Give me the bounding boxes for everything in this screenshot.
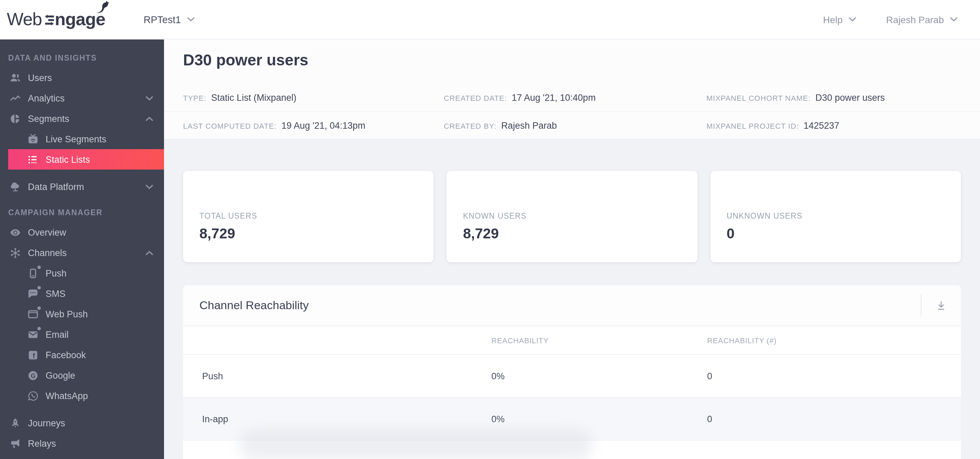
card-label: UNKNOWN USERS [727, 212, 802, 220]
sidebar-item-label: Relays [28, 438, 56, 448]
sidebar-item-journeys[interactable]: Journeys [0, 413, 164, 433]
users-icon [8, 72, 22, 84]
sidebar-item-label: Overview [28, 227, 66, 237]
sidebar-item-users[interactable]: Users [0, 67, 164, 88]
live-segments-icon [26, 133, 40, 145]
sidebar-item-label: Analytics [28, 93, 65, 103]
sidebar-item-relays[interactable]: Relays [0, 433, 164, 454]
main-content: D30 power users TYPE: Static List (Mixpa… [164, 40, 980, 459]
page-title: D30 power users [164, 40, 980, 70]
meta-type: TYPE: Static List (Mixpanel) [183, 92, 444, 102]
chevron-down-icon [146, 96, 153, 100]
sidebar-item-data-platform[interactable]: Data Platform [0, 176, 164, 197]
stats-cards: TOTAL USERS 8,729 KNOWN USERS 8,729 UNKN… [164, 140, 980, 262]
panel-title: Channel Reachability [199, 299, 309, 312]
sidebar-item-google[interactable]: G Google [0, 365, 164, 386]
sidebar-item-sms[interactable]: SMS [0, 283, 164, 304]
cell-reachability: 0% [492, 371, 707, 381]
rocket-icon [8, 417, 22, 429]
sidebar-item-label: Google [46, 370, 75, 380]
top-navbar: Web ngage RPTest1 Help Rajesh Parab [0, 0, 980, 40]
sidebar-item-label: Push [46, 268, 67, 278]
data-platform-icon [8, 180, 22, 193]
card-value: 8,729 [463, 225, 499, 242]
download-icon [935, 299, 947, 312]
download-button[interactable] [921, 285, 961, 325]
megaphone-icon [8, 437, 22, 449]
logo-arrows-e-icon [44, 14, 54, 27]
table-row-in-app: In-app 0% 0 [183, 398, 961, 441]
sidebar-item-overview[interactable]: Overview [0, 222, 164, 242]
email-icon [26, 328, 40, 341]
sidebar-item-email[interactable]: Email [0, 324, 164, 344]
static-lists-icon [26, 153, 40, 166]
sidebar-item-analytics[interactable]: Analytics [0, 88, 164, 108]
web-push-icon [26, 308, 40, 320]
sidebar-item-facebook[interactable]: f Facebook [0, 344, 164, 365]
column-header-reachability-count: REACHABILITY (#) [707, 336, 961, 344]
logo-text-web: Web [7, 9, 42, 30]
sidebar-item-label: Facebook [46, 350, 86, 360]
topbar-right-menu: Help Rajesh Parab [823, 0, 958, 39]
section-campaign-manager: CAMPAIGN MANAGER [8, 209, 156, 217]
sidebar-item-whatsapp[interactable]: WhatsApp [0, 386, 164, 406]
sidebar-item-channels[interactable]: Channels [0, 242, 164, 263]
sidebar-item-label: SMS [46, 288, 66, 299]
sidebar-item-label: Data Platform [28, 182, 84, 192]
svg-text:G: G [30, 372, 35, 379]
sidebar-item-label: Web Push [46, 309, 88, 319]
metadata-row-1: TYPE: Static List (Mixpanel) CREATED DAT… [164, 84, 980, 112]
card-value: 8,729 [199, 225, 235, 242]
chevron-up-icon [146, 116, 153, 121]
help-menu[interactable]: Help [823, 14, 856, 25]
webengage-app: Web ngage RPTest1 Help Rajesh Parab [0, 0, 980, 459]
chevron-up-icon [146, 250, 153, 255]
cell-reachability-count: 0 [707, 414, 961, 424]
metadata-row-2: LAST COMPUTED DATE: 19 Aug '21, 04:13pm … [164, 112, 980, 139]
chevron-down-icon [950, 17, 958, 22]
card-label: TOTAL USERS [199, 212, 257, 220]
notification-dot [37, 266, 41, 269]
sidebar-item-label: Static Lists [46, 154, 90, 164]
sidebar-item-label: Channels [28, 247, 67, 258]
unknown-users-card: UNKNOWN USERS 0 [710, 171, 961, 262]
table-row-push: Push 0% 0 [183, 355, 961, 398]
facebook-icon: f [26, 349, 40, 361]
sidebar-item-live-segments[interactable]: Live Segments [0, 129, 164, 149]
webengage-logo[interactable]: Web ngage [7, 0, 105, 39]
sidebar-item-label: Users [28, 73, 52, 83]
sidebar-item-push[interactable]: Push [0, 263, 164, 283]
sidebar-nav: DATA AND INSIGHTS Users Analytics [0, 40, 164, 459]
sidebar-item-web-push[interactable]: Web Push [0, 304, 164, 324]
table-column-headers: REACHABILITY REACHABILITY (#) [183, 326, 961, 355]
section-data-and-insights: DATA AND INSIGHTS [8, 54, 156, 62]
user-name: Rajesh Parab [886, 14, 944, 25]
total-users-card: TOTAL USERS 8,729 [183, 171, 434, 262]
panel-header: Channel Reachability [183, 285, 961, 326]
meta-mixpanel-cohort-name: MIXPANEL COHORT NAME: D30 power users [706, 92, 961, 102]
help-label: Help [823, 14, 843, 25]
whatsapp-icon [26, 389, 40, 402]
sidebar-item-static-lists[interactable]: Static Lists [8, 149, 164, 170]
sms-icon [26, 287, 40, 300]
logo-text-ngage: ngage [55, 9, 105, 30]
logo-bird-icon [95, 0, 111, 14]
sidebar-item-label: Journeys [28, 418, 65, 428]
notification-dot [37, 327, 41, 330]
channel-reachability-panel: Channel Reachability REACHABILITY REACHA… [183, 285, 961, 459]
sidebar-item-label: Segments [28, 113, 69, 124]
card-value: 0 [727, 225, 734, 242]
cell-channel: In-app [202, 414, 492, 424]
list-metadata: TYPE: Static List (Mixpanel) CREATED DAT… [164, 84, 980, 139]
segments-icon [8, 112, 22, 124]
project-selector[interactable]: RPTest1 [143, 0, 195, 39]
user-menu[interactable]: Rajesh Parab [886, 14, 958, 25]
chevron-down-icon [849, 17, 856, 22]
sidebar-item-segments[interactable]: Segments [0, 108, 164, 129]
meta-mixpanel-project-id: MIXPANEL PROJECT ID: 1425237 [706, 120, 961, 131]
channels-hub-icon [8, 247, 22, 259]
cell-channel: Push [202, 371, 492, 381]
meta-created-date: CREATED DATE: 17 Aug '21, 10:40pm [444, 92, 706, 102]
page-header-band: D30 power users TYPE: Static List (Mixpa… [164, 40, 980, 140]
project-name: RPTest1 [143, 14, 181, 25]
